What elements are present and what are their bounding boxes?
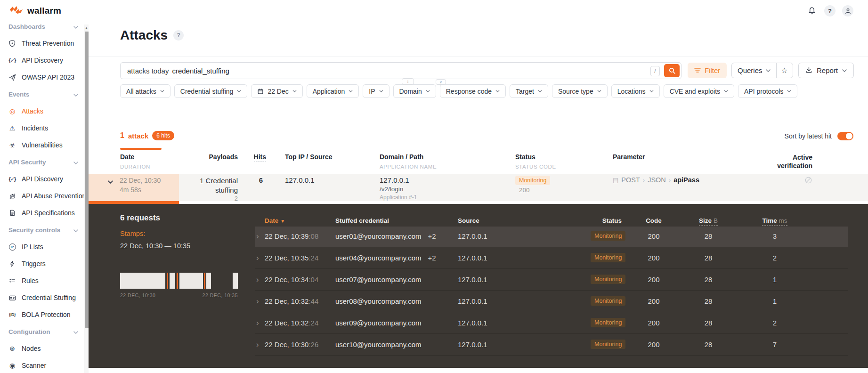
requests-col-date[interactable]: Date▼ <box>265 217 285 224</box>
stamps-label[interactable]: Stamps: <box>120 230 145 237</box>
chevron-right-icon[interactable]: › <box>256 319 259 327</box>
requests-histogram <box>120 273 243 289</box>
chevron-down-icon <box>73 226 78 234</box>
sidebar-item-vulnerabilities[interactable]: ☣ Vulnerabilities <box>0 137 84 154</box>
attack-domain: 127.0.0.1 <box>380 176 409 184</box>
chip-date[interactable]: 22 Dec <box>251 84 302 98</box>
sidebar-item-nodes[interactable]: ⊛ Nodes <box>0 340 84 357</box>
sidebar-item-credential-stuffing[interactable]: Credential Stuffing <box>0 289 84 306</box>
title-divider <box>89 57 868 57</box>
nav-label: BOLA Protection <box>22 311 71 318</box>
attack-hits: 6 <box>244 176 263 184</box>
status-badge: Monitoring <box>591 253 625 262</box>
request-row[interactable]: › 22 Dec, 10:39:08 user01@yourcompany.co… <box>255 227 848 247</box>
col-header-hits[interactable]: Hits <box>244 153 266 161</box>
request-credential: user08@yourcompany.com <box>335 297 422 305</box>
section-label: Configuration <box>8 328 50 335</box>
scrollbar-thumb[interactable] <box>85 32 89 328</box>
ip-circle-icon: IP <box>8 243 17 251</box>
sort-toggle[interactable] <box>837 132 853 140</box>
download-icon <box>805 66 812 75</box>
chevron-down-icon[interactable] <box>108 177 113 186</box>
chip-credential-stuffing[interactable]: Credential stuffing <box>174 84 248 98</box>
sidebar-item-threat-prevention[interactable]: Threat Prevention <box>0 35 84 52</box>
sidebar-item-owasp-api-2023[interactable]: OWASP API 2023 <box>0 69 84 86</box>
report-button[interactable]: Report <box>798 63 854 78</box>
requests-table: Date▼ Stuffed credential Source Status C… <box>255 204 848 368</box>
topbar-icons: ? <box>806 5 853 16</box>
page-help-icon[interactable]: ? <box>173 30 184 41</box>
request-credential: user09@yourcompany.com <box>335 319 422 327</box>
chip-target[interactable]: Target <box>510 84 548 98</box>
request-row[interactable]: › 22 Dec, 10:32:24 user09@yourcompany.co… <box>255 313 848 334</box>
request-date: 22 Dec, 10:35:24 <box>265 254 318 262</box>
sidebar-item-api-abuse-prevention[interactable]: API Abuse Prevention <box>0 187 84 204</box>
scroll-up-arrow-icon[interactable]: ▲ <box>84 24 89 31</box>
nav-label: OWASP API 2023 <box>22 73 74 81</box>
chip-source-type[interactable]: Source type <box>552 84 608 98</box>
sidebar-section-api-security[interactable]: API Security <box>0 154 84 170</box>
search-expand-handle[interactable]: ∨ <box>436 79 446 85</box>
attack-count-tab[interactable]: 1 attack 6 hits <box>120 131 174 140</box>
request-size: 28 <box>694 319 722 327</box>
sidebar-item-scanner[interactable]: ◉ Scanner <box>0 357 84 373</box>
chevron-down-icon <box>495 90 500 92</box>
chip-ip[interactable]: IP <box>363 84 389 98</box>
request-row[interactable]: › 22 Dec, 10:34:04 user07@yourcompany.co… <box>255 270 848 291</box>
sidebar-item-ip-lists[interactable]: IP IP Lists <box>0 238 84 255</box>
chip-api-protocols[interactable]: API protocols <box>738 84 797 98</box>
wallarm-logo[interactable]: wallarm <box>9 5 61 16</box>
sidebar-section-events[interactable]: Events <box>0 86 84 103</box>
search-button[interactable] <box>664 64 680 77</box>
chevron-right-icon[interactable]: › <box>256 276 259 284</box>
chip-application[interactable]: Application <box>307 84 359 98</box>
section-label: Events <box>8 91 29 98</box>
favorite-query-button[interactable]: ☆ <box>777 63 793 78</box>
request-code: 200 <box>640 297 668 305</box>
help-icon[interactable]: ? <box>824 5 836 16</box>
user-icon[interactable] <box>842 5 853 16</box>
sidebar-item-api-discovery-2[interactable]: {✓} API Discovery <box>0 170 84 187</box>
sidebar-item-attacks[interactable]: ◎ Attacks <box>0 103 84 120</box>
requests-col-size[interactable]: Size B <box>694 217 722 224</box>
request-row[interactable]: › 22 Dec, 10:30:26 user10@yourcompany.co… <box>255 335 848 356</box>
vertical-scrollbar[interactable]: ▲ <box>84 24 89 373</box>
chip-all-attacks[interactable]: All attacks <box>120 84 170 98</box>
chevron-right-icon[interactable]: › <box>256 297 259 305</box>
chip-domain[interactable]: Domain <box>393 84 436 98</box>
search-token: attacks today <box>127 67 169 75</box>
chip-cve-and-exploits[interactable]: CVE and exploits <box>664 84 734 98</box>
sidebar-item-incidents[interactable]: ⚠ Incidents <box>0 120 84 137</box>
request-date: 22 Dec, 10:30:26 <box>265 341 318 349</box>
chevron-right-icon[interactable]: › <box>256 341 259 349</box>
topbar: wallarm ? <box>0 0 868 24</box>
sidebar-item-api-discovery[interactable]: {✓} API Discovery <box>0 52 84 69</box>
queries-button[interactable]: Queries <box>732 63 777 78</box>
chevron-right-icon[interactable]: › <box>256 254 259 262</box>
sidebar-item-api-specifications[interactable]: API Specifications <box>0 204 84 221</box>
search-input[interactable]: attacks today credential_stuffing / <box>120 62 681 79</box>
attack-row[interactable]: 22 Dec, 10:30 4m 58s 1 Credentialstuffin… <box>89 174 868 201</box>
bell-icon[interactable] <box>806 5 818 16</box>
filter-button[interactable]: Filter <box>688 63 727 78</box>
status-badge: Monitoring <box>591 275 625 284</box>
request-row[interactable]: › 22 Dec, 10:32:44 user08@yourcompany.co… <box>255 292 848 312</box>
warning-triangle-icon: ⚠ <box>8 125 17 131</box>
col-header-domain: Domain / Path <box>380 153 423 161</box>
requests-col-time[interactable]: Time ms <box>758 217 791 224</box>
request-code: 200 <box>640 319 668 327</box>
sidebar-item-bola-protection[interactable]: {ID} BOLA Protection <box>0 306 84 323</box>
sidebar-section-configuration[interactable]: Configuration <box>0 323 84 340</box>
search-resize-handle[interactable]: ↕ <box>402 78 414 85</box>
chip-locations[interactable]: Locations <box>611 84 660 98</box>
chevron-right-icon[interactable]: › <box>256 232 259 240</box>
request-time: 1 <box>758 297 791 305</box>
filter-icon <box>694 66 701 74</box>
request-row[interactable]: › 22 Dec, 10:35:24 user04@yourcompany.co… <box>255 248 848 269</box>
chip-response-code[interactable]: Response code <box>440 84 506 98</box>
sidebar-item-rules[interactable]: Rules <box>0 272 84 289</box>
request-size: 28 <box>694 297 722 305</box>
sidebar-section-security-controls[interactable]: Security controls <box>0 221 84 238</box>
nav-label: Triggers <box>22 260 46 268</box>
sidebar-item-triggers[interactable]: Triggers <box>0 255 84 272</box>
